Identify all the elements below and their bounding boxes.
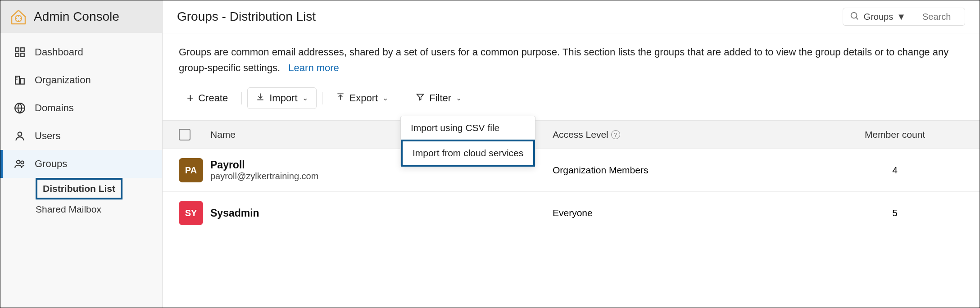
name-cell: Sysadmin	[210, 207, 553, 219]
count-cell: 4	[826, 165, 963, 176]
organization-icon	[13, 73, 27, 87]
count-cell: 5	[826, 208, 963, 218]
avatar-initials: PA	[185, 165, 197, 176]
app-title: Admin Console	[34, 9, 119, 24]
sidebar-header: Admin Console	[0, 0, 162, 33]
col-access: Access Level ?	[553, 129, 826, 140]
avatar-initials: SY	[185, 208, 197, 218]
svg-point-11	[17, 160, 20, 164]
svg-rect-6	[20, 79, 24, 84]
filter-icon	[416, 92, 425, 104]
import-button[interactable]: Import ⌄	[247, 87, 316, 109]
search-filter-dropdown[interactable]: Groups ▼	[864, 12, 906, 22]
page-title: Groups - Distribution List	[177, 9, 316, 24]
divider	[241, 92, 242, 104]
svg-rect-1	[15, 48, 19, 51]
svg-rect-5	[15, 76, 19, 84]
sidebar-item-label: Dashboard	[35, 46, 83, 58]
table-row[interactable]: PA Payroll payroll@zylkertraining.com Or…	[163, 149, 980, 192]
sidebar-item-users[interactable]: Users	[0, 122, 162, 150]
download-icon	[256, 92, 265, 104]
create-label: Create	[198, 92, 228, 104]
import-dropdown: Import using CSV file Import from cloud …	[400, 116, 535, 167]
col-check	[179, 129, 210, 140]
users-icon	[13, 157, 27, 171]
search-icon	[849, 11, 859, 23]
dashboard-icon	[13, 45, 27, 59]
subnav-item-label: Shared Mailbox	[36, 204, 101, 214]
chevron-down-icon: ⌄	[456, 94, 462, 102]
sidebar-item-groups[interactable]: Groups	[0, 150, 162, 178]
search-filter-label: Groups	[864, 12, 894, 22]
toolbar: + Create Import ⌄ Export ⌄	[163, 76, 980, 120]
col-member: Member count	[826, 129, 963, 140]
svg-point-13	[851, 13, 857, 18]
select-all-checkbox[interactable]	[179, 129, 191, 140]
sidebar: Admin Console Dashboard Organization	[0, 0, 163, 308]
import-label: Import	[269, 92, 297, 104]
sidebar-item-domains[interactable]: Domains	[0, 94, 162, 122]
col-access-label: Access Level	[553, 129, 608, 140]
svg-point-10	[18, 132, 22, 136]
sidebar-item-label: Organization	[35, 74, 91, 86]
help-icon[interactable]: ?	[611, 130, 620, 139]
subnav-item-label: Distribution List	[43, 183, 115, 194]
create-button[interactable]: + Create	[179, 86, 236, 109]
avatar: SY	[179, 201, 203, 225]
access-cell: Everyone	[553, 208, 826, 218]
search-input[interactable]	[922, 12, 958, 22]
learn-more-link[interactable]: Learn more	[288, 62, 339, 73]
top-bar: Groups - Distribution List Groups ▼	[163, 0, 980, 33]
divider	[914, 11, 914, 23]
sidebar-item-label: Domains	[35, 102, 74, 114]
table-row[interactable]: SY Sysadmin Everyone 5	[163, 192, 980, 234]
avatar-cell: PA	[179, 158, 210, 182]
export-label: Export	[349, 92, 378, 104]
nav: Dashboard Organization Domains	[0, 33, 162, 219]
svg-rect-4	[21, 53, 24, 57]
access-cell: Organization Members	[553, 165, 826, 176]
logo-icon	[9, 8, 27, 26]
globe-icon	[13, 101, 27, 115]
sidebar-item-label: Groups	[35, 158, 67, 170]
subnav-distribution-list[interactable]: Distribution List	[36, 178, 122, 199]
group-name: Sysadmin	[210, 207, 553, 219]
divider	[322, 92, 322, 104]
avatar-cell: SY	[179, 201, 210, 225]
import-cloud-option[interactable]: Import from cloud services	[401, 140, 535, 167]
filter-button[interactable]: Filter ⌄	[408, 88, 470, 109]
import-csv-option[interactable]: Import using CSV file	[401, 116, 535, 140]
svg-rect-3	[15, 53, 19, 57]
subnav: Distribution List Shared Mailbox	[0, 178, 162, 219]
svg-point-12	[21, 161, 23, 164]
divider	[402, 92, 402, 104]
caret-down-icon: ▼	[897, 12, 906, 22]
upload-icon	[336, 92, 345, 104]
avatar: PA	[179, 158, 203, 182]
chevron-down-icon: ⌄	[382, 94, 388, 102]
plus-icon: +	[187, 91, 194, 105]
main: Groups - Distribution List Groups ▼ Grou…	[163, 0, 980, 308]
group-email: payroll@zylkertraining.com	[210, 171, 553, 181]
sidebar-item-organization[interactable]: Organization	[0, 66, 162, 94]
chevron-down-icon: ⌄	[302, 94, 308, 102]
subnav-shared-mailbox[interactable]: Shared Mailbox	[36, 199, 162, 219]
export-button[interactable]: Export ⌄	[328, 88, 397, 109]
sidebar-item-dashboard[interactable]: Dashboard	[0, 38, 162, 66]
filter-label: Filter	[429, 92, 451, 104]
description: Groups are common email addresses, share…	[163, 33, 980, 76]
search-area: Groups ▼	[843, 8, 965, 26]
table-header: Name Access Level ? Member count	[163, 120, 980, 149]
sidebar-item-label: Users	[35, 130, 60, 142]
svg-rect-2	[21, 48, 24, 51]
user-icon	[13, 129, 27, 143]
